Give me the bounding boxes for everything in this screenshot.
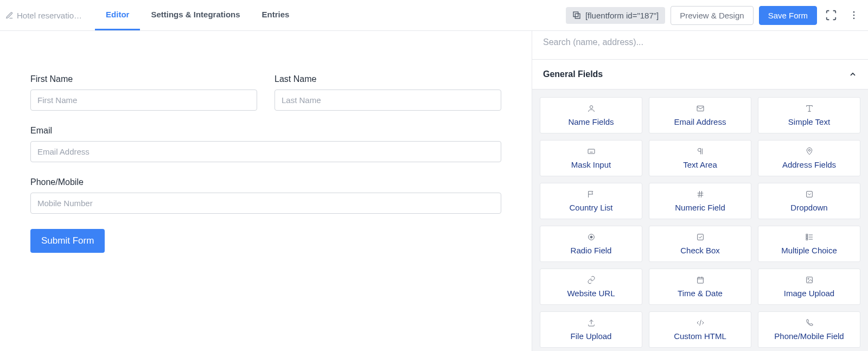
svg-rect-6 (697, 106, 704, 111)
field-text-area[interactable]: Text Area (649, 140, 751, 176)
form-title-text: Hotel reservatio… (17, 11, 82, 20)
phone-label: Phone/Mobile (30, 177, 501, 187)
field-email-address[interactable]: Email Address (649, 97, 751, 133)
field-label: Text Area (683, 160, 717, 169)
field-label: Image Upload (784, 289, 834, 298)
svg-rect-22 (697, 234, 703, 240)
section-general-fields[interactable]: General Fields (532, 60, 868, 90)
preview-design-button[interactable]: Preview & Design (671, 6, 753, 25)
field-label: Email Address (674, 117, 726, 126)
field-label: Phone/Mobile Field (774, 331, 844, 341)
field-custom-html[interactable]: Custom HTML (649, 311, 751, 348)
svg-rect-25 (806, 239, 808, 240)
field-numeric-field[interactable]: Numeric Field (649, 183, 751, 219)
svg-line-18 (701, 191, 701, 197)
tab-settings[interactable]: Settings & Integrations (140, 0, 251, 30)
field-mask-input[interactable]: Mask Input (540, 140, 642, 176)
email-group[interactable]: Email (30, 126, 501, 162)
search-input[interactable] (541, 33, 859, 52)
phone-group[interactable]: Phone/Mobile (30, 177, 501, 214)
field-phone-mobile[interactable]: Phone/Mobile Field (758, 311, 860, 348)
field-website-url[interactable]: Website URL (540, 269, 642, 305)
field-label: Time & Date (678, 289, 723, 298)
form-canvas: First Name Last Name Email Phone/Mobile … (0, 31, 532, 351)
more-vertical-icon (848, 10, 859, 21)
field-image-upload[interactable]: Image Upload (758, 269, 860, 305)
list-check-icon (805, 233, 814, 241)
search-wrap (532, 31, 868, 60)
field-label: Mask Input (571, 160, 611, 169)
field-label: Address Fields (782, 160, 836, 169)
field-country-list[interactable]: Country List (540, 183, 642, 219)
field-name-fields[interactable]: Name Fields (540, 97, 642, 133)
form-title[interactable]: Hotel reservatio… (5, 11, 82, 20)
svg-rect-29 (697, 277, 703, 283)
svg-rect-0 (573, 12, 578, 17)
svg-rect-24 (806, 237, 808, 238)
link-icon (587, 276, 596, 284)
last-name-input[interactable] (275, 90, 501, 111)
submit-button[interactable]: Submit Form (30, 229, 105, 253)
field-label: Custom HTML (674, 331, 726, 341)
main: First Name Last Name Email Phone/Mobile … (0, 31, 868, 351)
keyboard-icon (587, 147, 596, 156)
field-label: Multiple Choice (781, 246, 837, 255)
fullscreen-icon (825, 9, 837, 21)
field-label: Name Fields (568, 117, 614, 126)
email-input[interactable] (30, 141, 501, 162)
field-simple-text[interactable]: Simple Text (758, 97, 860, 133)
field-multiple-choice[interactable]: Multiple Choice (758, 226, 860, 262)
pencil-icon (5, 11, 14, 20)
save-form-button[interactable]: Save Form (759, 6, 817, 25)
field-file-upload[interactable]: File Upload (540, 311, 642, 348)
svg-rect-1 (575, 14, 580, 18)
nav-tabs: Editor Settings & Integrations Entries (95, 0, 300, 30)
field-label: Simple Text (788, 117, 830, 126)
shortcode-display[interactable]: [fluentform id="187"] (566, 7, 665, 24)
shortcode-text: [fluentform id="187"] (585, 11, 659, 20)
phone-icon (805, 318, 814, 327)
email-label: Email (30, 126, 501, 136)
fields-sidebar: General Fields Name Fields Email Address… (532, 31, 868, 351)
first-name-input[interactable] (30, 90, 257, 111)
checkbox-icon (696, 233, 705, 241)
radio-icon (587, 233, 596, 241)
flag-icon (587, 190, 596, 199)
svg-point-34 (808, 278, 809, 279)
first-name-group[interactable]: First Name (30, 74, 257, 111)
map-pin-icon (805, 147, 814, 156)
envelope-icon (696, 104, 705, 113)
tab-editor[interactable]: Editor (95, 0, 140, 30)
field-radio-field[interactable]: Radio Field (540, 226, 642, 262)
field-label: Radio Field (571, 246, 612, 255)
svg-point-3 (853, 15, 855, 16)
upload-icon (587, 318, 596, 327)
last-name-group[interactable]: Last Name (275, 74, 501, 111)
svg-line-17 (699, 191, 699, 197)
phone-input[interactable] (30, 193, 501, 214)
field-label: Dropdown (790, 203, 827, 212)
topbar-right: [fluentform id="187"] Preview & Design S… (566, 6, 863, 25)
user-icon (587, 104, 596, 113)
image-icon (805, 276, 814, 284)
more-menu-button[interactable] (845, 7, 863, 24)
field-grid: Name Fields Email Address Simple Text Ma… (532, 90, 868, 351)
svg-point-21 (590, 236, 592, 238)
dropdown-icon (805, 190, 814, 199)
field-label: File Upload (571, 331, 612, 341)
svg-rect-23 (806, 234, 808, 236)
chevron-up-icon (848, 70, 857, 79)
first-name-label: First Name (30, 74, 257, 84)
field-address-fields[interactable]: Address Fields (758, 140, 860, 176)
copy-icon (572, 11, 581, 20)
field-check-box[interactable]: Check Box (649, 226, 751, 262)
hash-icon (696, 190, 705, 199)
paragraph-icon (696, 147, 705, 156)
field-dropdown[interactable]: Dropdown (758, 183, 860, 219)
field-label: Numeric Field (675, 203, 725, 212)
fullscreen-button[interactable] (822, 7, 840, 24)
topbar-left: Hotel reservatio… Editor Settings & Inte… (5, 0, 300, 30)
field-time-date[interactable]: Time & Date (649, 269, 751, 305)
svg-point-4 (853, 18, 855, 20)
tab-entries[interactable]: Entries (251, 0, 301, 30)
